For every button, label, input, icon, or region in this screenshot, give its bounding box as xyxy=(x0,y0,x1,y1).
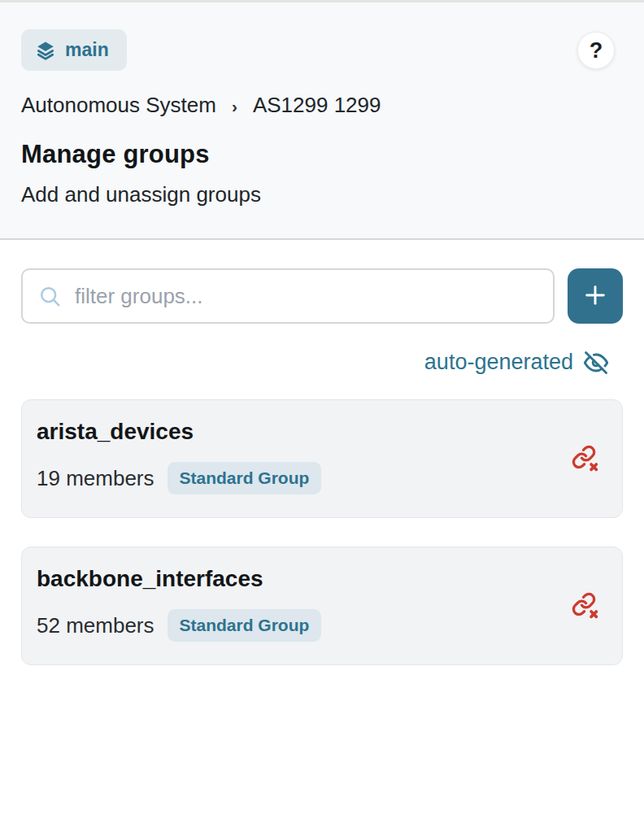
manage-groups-panel: main ? Autonomous System › AS1299 1299 M… xyxy=(0,0,644,823)
auto-generated-toggle[interactable]: auto-generated xyxy=(424,350,608,375)
page-header: main ? Autonomous System › AS1299 1299 M… xyxy=(0,0,644,240)
member-count: 52 members xyxy=(37,613,154,638)
auto-generated-row: auto-generated xyxy=(21,350,623,375)
layers-icon xyxy=(35,40,56,61)
unlink-icon xyxy=(572,463,599,475)
help-question-mark: ? xyxy=(590,38,603,63)
header-top-row: main ? xyxy=(21,29,621,71)
breadcrumb-current[interactable]: AS1299 1299 xyxy=(253,93,381,118)
auto-generated-label: auto-generated xyxy=(424,350,573,375)
breadcrumb: Autonomous System › AS1299 1299 xyxy=(21,93,621,118)
unassign-group-button[interactable] xyxy=(572,592,599,620)
add-group-button[interactable] xyxy=(568,268,623,324)
group-list: arista_devices 19 members Standard Group xyxy=(21,399,623,665)
groups-toolbar xyxy=(21,268,623,324)
unassign-group-button[interactable] xyxy=(572,445,599,472)
breadcrumb-parent[interactable]: Autonomous System xyxy=(21,93,216,118)
group-meta-row: 52 members Standard Group xyxy=(37,609,549,642)
plus-icon xyxy=(581,281,609,311)
page-subtitle: Add and unassign groups xyxy=(21,182,621,207)
group-meta-row: 19 members Standard Group xyxy=(37,462,549,494)
branch-selector-badge[interactable]: main xyxy=(21,29,127,71)
unlink-icon xyxy=(572,610,599,622)
branch-name-label: main xyxy=(65,39,109,61)
filter-groups-input[interactable] xyxy=(21,268,555,324)
page-title: Manage groups xyxy=(21,140,621,169)
group-type-badge: Standard Group xyxy=(168,462,322,494)
group-card: backbone_interfaces 52 members Standard … xyxy=(21,546,623,665)
help-button[interactable]: ? xyxy=(577,32,615,69)
member-count: 19 members xyxy=(37,466,154,491)
group-type-badge: Standard Group xyxy=(168,609,322,642)
group-card: arista_devices 19 members Standard Group xyxy=(21,399,623,518)
group-name: arista_devices xyxy=(37,419,549,445)
group-name: backbone_interfaces xyxy=(37,566,549,592)
chevron-right-icon: › xyxy=(232,95,237,116)
content-area: auto-generated arista_devices 19 members… xyxy=(0,240,644,823)
eye-off-icon xyxy=(584,351,608,375)
filter-field-wrapper xyxy=(21,268,555,324)
